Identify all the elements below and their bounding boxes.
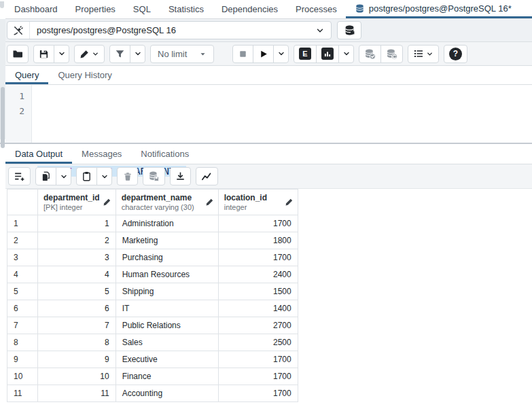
row-limit-select[interactable]: No limit <box>150 45 214 63</box>
graph-visualiser-button[interactable] <box>196 167 218 185</box>
delete-row-button[interactable] <box>117 167 138 185</box>
cell-location-id[interactable]: 2500 <box>218 334 298 351</box>
tab-label: Properties <box>75 4 116 14</box>
open-file-button[interactable] <box>7 45 29 63</box>
column-header-location-id[interactable]: location_id integer <box>218 190 298 215</box>
tab-dashboard[interactable]: Dashboard <box>5 0 67 18</box>
row-number[interactable]: 8 <box>7 334 38 351</box>
cell-department-name[interactable]: Human Resources <box>116 266 218 283</box>
table-row: 1010Finance1700 <box>7 368 298 385</box>
execute-options-button[interactable] <box>273 45 289 63</box>
cell-department-name[interactable]: Purchasing <box>116 249 218 266</box>
connection-dropdown[interactable]: postgres/postgres@PostgreSQL 16 <box>7 21 332 39</box>
help-button[interactable]: ? <box>444 45 467 63</box>
row-number[interactable]: 6 <box>7 300 38 317</box>
cell-department-id[interactable]: 2 <box>38 232 116 249</box>
cell-location-id[interactable]: 2400 <box>218 266 298 283</box>
sql-editor[interactable]: 1 2 SELECT * FROM DEPARTMENTS; <box>5 85 532 143</box>
macros-button[interactable] <box>408 45 439 63</box>
tab-dependencies[interactable]: Dependencies <box>213 0 287 18</box>
cell-department-id[interactable]: 8 <box>38 334 116 351</box>
cell-department-id[interactable]: 11 <box>38 385 116 402</box>
scrollbar-thumb[interactable] <box>1 87 5 148</box>
save-data-changes-button[interactable] <box>143 167 165 185</box>
edit-button[interactable] <box>74 45 105 63</box>
tab-query-tool[interactable]: postgres/postgres@PostgreSQL 16* <box>346 0 532 18</box>
filter-button[interactable] <box>109 45 130 63</box>
row-number[interactable]: 5 <box>7 283 38 300</box>
code-area[interactable]: SELECT * FROM DEPARTMENTS; <box>32 85 186 143</box>
explain-button[interactable]: E <box>294 45 317 63</box>
row-number[interactable]: 1 <box>7 215 38 232</box>
scrollbar-track[interactable] <box>0 19 5 139</box>
tab-properties[interactable]: Properties <box>67 0 124 18</box>
cell-department-id[interactable]: 3 <box>38 249 116 266</box>
tab-query[interactable]: Query <box>5 66 48 84</box>
tab-statistics[interactable]: Statistics <box>160 0 213 18</box>
cell-department-id[interactable]: 9 <box>38 351 116 368</box>
save-button[interactable] <box>33 45 54 63</box>
commit-button[interactable] <box>359 45 381 63</box>
edit-column-pencil-icon[interactable] <box>285 198 294 207</box>
row-number[interactable]: 9 <box>7 351 38 368</box>
cell-location-id[interactable]: 1700 <box>218 351 298 368</box>
tab-data-output[interactable]: Data Output <box>5 144 72 164</box>
download-button[interactable] <box>170 167 191 185</box>
row-number[interactable]: 4 <box>7 266 38 283</box>
cell-department-name[interactable]: Public Relations <box>116 317 218 334</box>
tab-notifications[interactable]: Notifications <box>131 144 198 164</box>
rollback-icon <box>386 48 397 60</box>
cell-location-id[interactable]: 1400 <box>218 300 298 317</box>
column-type: integer <box>224 203 267 212</box>
cell-department-name[interactable]: Shipping <box>116 283 218 300</box>
copy-options-button[interactable] <box>56 167 71 185</box>
commit-icon <box>364 48 376 60</box>
execute-button[interactable] <box>253 45 274 63</box>
paste-options-button[interactable] <box>96 167 112 185</box>
cell-location-id[interactable]: 1800 <box>218 232 298 249</box>
row-number[interactable]: 2 <box>7 232 38 249</box>
row-number[interactable]: 3 <box>7 249 38 266</box>
cell-department-id[interactable]: 5 <box>38 283 116 300</box>
explain-analyze-button[interactable] <box>316 45 339 63</box>
rollback-button[interactable] <box>380 45 403 63</box>
grid-corner-cell[interactable] <box>7 190 38 215</box>
tab-query-history[interactable]: Query History <box>48 66 121 84</box>
cell-location-id[interactable]: 1700 <box>218 385 298 402</box>
edit-column-pencil-icon[interactable] <box>205 198 214 207</box>
cell-department-name[interactable]: Executive <box>116 351 218 368</box>
copy-button[interactable] <box>35 167 56 185</box>
explain-options-button[interactable] <box>338 45 354 63</box>
cell-department-name[interactable]: Accounting <box>116 385 218 402</box>
add-row-button[interactable] <box>8 167 31 185</box>
row-number[interactable]: 10 <box>7 368 38 385</box>
cell-location-id[interactable]: 1700 <box>218 215 298 232</box>
cell-department-id[interactable]: 7 <box>38 317 116 334</box>
cell-department-id[interactable]: 1 <box>38 215 116 232</box>
cell-location-id[interactable]: 1700 <box>218 249 298 266</box>
filter-options-button[interactable] <box>130 45 145 63</box>
cell-location-id[interactable]: 1700 <box>218 368 298 385</box>
cell-department-name[interactable]: Finance <box>116 368 218 385</box>
new-connection-button[interactable] <box>337 21 361 39</box>
column-header-department-name[interactable]: department_name character varying (30) <box>116 190 218 215</box>
line-number-gutter: 1 2 <box>5 85 32 143</box>
cell-department-name[interactable]: IT <box>116 300 218 317</box>
paste-button[interactable] <box>76 167 97 185</box>
row-number[interactable]: 7 <box>7 317 38 334</box>
cell-department-name[interactable]: Sales <box>116 334 218 351</box>
cell-location-id[interactable]: 1500 <box>218 283 298 300</box>
cell-department-name[interactable]: Marketing <box>116 232 218 249</box>
cell-department-id[interactable]: 4 <box>38 266 116 283</box>
stop-button[interactable] <box>232 45 253 63</box>
cell-location-id[interactable]: 2700 <box>218 317 298 334</box>
cell-department-id[interactable]: 6 <box>38 300 116 317</box>
save-options-button[interactable] <box>54 45 69 63</box>
cell-department-id[interactable]: 10 <box>38 368 116 385</box>
cell-department-name[interactable]: Administration <box>116 215 218 232</box>
tab-sql[interactable]: SQL <box>124 0 160 18</box>
tab-messages[interactable]: Messages <box>72 144 131 164</box>
edit-column-pencil-icon[interactable] <box>103 198 111 207</box>
row-number[interactable]: 11 <box>7 385 38 402</box>
tab-processes[interactable]: Processes <box>287 0 346 18</box>
